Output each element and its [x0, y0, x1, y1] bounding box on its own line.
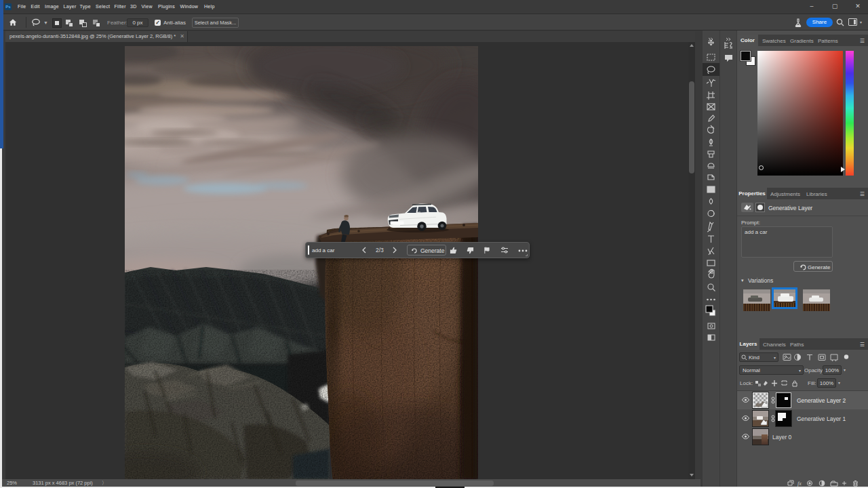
svg-text:fx: fx — [797, 481, 802, 487]
